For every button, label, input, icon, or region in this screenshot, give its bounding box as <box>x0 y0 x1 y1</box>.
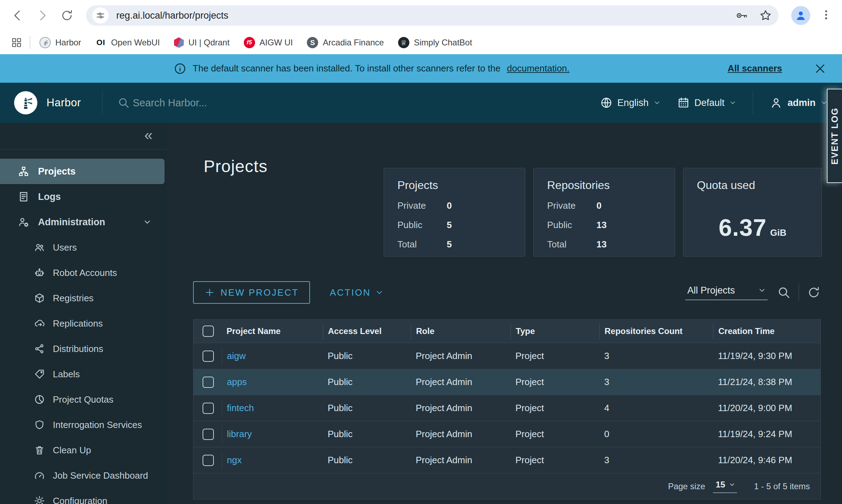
robot-icon <box>34 267 45 278</box>
total-count: 13 <box>596 239 607 250</box>
creation-time-cell: 11/19/24, 9:30 PM <box>713 351 821 361</box>
users-icon <box>34 242 45 253</box>
header-checkbox-cell <box>193 326 222 337</box>
user-menu[interactable]: admin <box>769 96 828 109</box>
sidebar-item-logs[interactable]: Logs <box>0 184 167 209</box>
row-checkbox[interactable] <box>203 429 214 440</box>
sidebar-item-label: Logs <box>38 191 61 202</box>
browser-profile-avatar[interactable] <box>791 6 810 25</box>
sidebar-item-label: Interrogation Services <box>53 420 142 430</box>
sidebar-item-interrogation-services[interactable]: Interrogation Services <box>0 412 167 437</box>
url-text[interactable]: reg.ai.local/harbor/projects <box>116 10 724 21</box>
bookmarks-bar: Harbor OI Open WebUI UI | Qdrant f5 AIGW… <box>0 31 842 54</box>
sidebar-item-project-quotas[interactable]: Project Quotas <box>0 387 167 412</box>
table-footer: Page size 15 1 - 5 of 5 items <box>193 473 821 499</box>
total-label: Total <box>397 239 447 250</box>
column-role[interactable]: Role <box>411 323 510 339</box>
filter-search-icon[interactable] <box>777 285 791 300</box>
sidebar-item-robot-accounts[interactable]: Robot Accounts <box>0 260 167 285</box>
row-checkbox-cell <box>193 351 222 362</box>
event-log-tab[interactable]: EVENT LOG <box>827 89 842 183</box>
address-bar[interactable]: reg.ai.local/harbor/projects <box>86 5 779 26</box>
row-checkbox[interactable] <box>203 351 214 362</box>
column-access-level[interactable]: Access Level <box>323 323 411 339</box>
site-settings-icon[interactable] <box>92 7 109 24</box>
back-icon[interactable] <box>10 8 25 23</box>
select-all-checkbox[interactable] <box>203 326 214 337</box>
sidebar-item-projects[interactable]: Projects <box>0 159 165 184</box>
sidebar-item-job-service-dashboard[interactable]: Job Service Dashboard <box>0 463 167 488</box>
column-project-name[interactable]: Project Name <box>222 326 323 336</box>
password-key-icon[interactable] <box>735 9 748 22</box>
row-checkbox[interactable] <box>203 455 214 466</box>
project-link[interactable]: library <box>222 426 323 442</box>
sidebar-item-administration[interactable]: Administration <box>0 209 167 235</box>
sidebar-item-label: Projects <box>38 166 76 177</box>
reload-icon[interactable] <box>59 8 75 23</box>
bookmark-chatbot[interactable]: ♕ Simply ChatBot <box>398 37 472 48</box>
banner-text: The default scanner has been installed. … <box>193 63 501 74</box>
sidebar-item-labels[interactable]: Labels <box>0 361 167 387</box>
sidebar-item-clean-up[interactable]: Clean Up <box>0 437 167 463</box>
bookmark-open-webui[interactable]: OI Open WebUI <box>95 37 160 48</box>
projects-filter-select[interactable]: All Projects <box>685 285 768 300</box>
card-row: Private 0 <box>547 200 661 211</box>
row-checkbox[interactable] <box>203 377 214 388</box>
datetime-format-selector[interactable]: Default <box>677 96 737 109</box>
column-repositories-count[interactable]: Repositories Count <box>599 323 713 339</box>
access-level-cell: Public <box>323 351 411 361</box>
new-project-button[interactable]: NEW PROJECT <box>193 281 310 304</box>
row-checkbox[interactable] <box>203 403 214 414</box>
chevron-down-icon <box>653 99 661 107</box>
private-label: Private <box>547 200 596 211</box>
forward-icon[interactable] <box>35 8 50 23</box>
sidebar-item-users[interactable]: Users <box>0 235 167 260</box>
bookmark-harbor[interactable]: Harbor <box>39 37 81 48</box>
sidebar-item-configuration[interactable]: Configuration <box>0 488 167 504</box>
banner-close-icon[interactable] <box>814 62 826 75</box>
project-link[interactable]: aigw <box>222 348 323 364</box>
documentation-link[interactable]: documentation. <box>507 63 570 74</box>
column-type[interactable]: Type <box>510 323 599 339</box>
sidebar-item-registries[interactable]: Registries <box>0 285 167 311</box>
bookmark-aigw[interactable]: f5 AIGW UI <box>244 37 293 48</box>
project-link[interactable]: ngx <box>222 452 323 468</box>
all-scanners-link[interactable]: All scanners <box>728 63 782 74</box>
chevron-down-icon <box>375 288 384 297</box>
sidebar-item-distributions[interactable]: Distributions <box>0 336 167 361</box>
projects-card: Projects Private 0 Public 5 Total 5 <box>384 168 525 257</box>
sidebar-item-replications[interactable]: Replications <box>0 311 167 336</box>
bookmark-qdrant[interactable]: UI | Qdrant <box>174 37 230 48</box>
refresh-icon[interactable] <box>807 285 821 300</box>
public-count: 13 <box>596 220 607 231</box>
quota-value: 6.37GiB <box>697 214 808 241</box>
bookmark-arcadia[interactable]: S Arcadia Finance <box>307 37 384 48</box>
filter-selected-value: All Projects <box>687 285 735 296</box>
sidebar-item-label: Registries <box>53 293 94 304</box>
page-title: Projects <box>204 157 267 176</box>
action-dropdown[interactable]: ACTION <box>330 287 384 298</box>
bookmark-star-icon[interactable] <box>759 9 772 22</box>
page-size-select[interactable]: 15 <box>713 480 737 493</box>
arcadia-favicon: S <box>307 37 318 48</box>
project-link[interactable]: fintech <box>222 400 323 416</box>
browser-menu-icon[interactable] <box>820 9 832 22</box>
type-cell: Project <box>510 455 599 466</box>
language-selector[interactable]: English <box>600 96 661 109</box>
apps-grid-icon[interactable] <box>11 37 23 49</box>
public-label: Public <box>547 220 596 231</box>
role-cell: Project Admin <box>411 403 510 414</box>
project-link[interactable]: apps <box>222 374 323 390</box>
datetime-format-label: Default <box>694 97 725 108</box>
column-creation-time[interactable]: Creation Time <box>713 323 821 339</box>
quota-unit: GiB <box>770 227 786 238</box>
plus-icon <box>204 287 215 298</box>
banner-actions: All scanners <box>728 62 826 75</box>
search-placeholder: Search Harbor... <box>133 97 207 109</box>
row-checkbox-cell <box>193 455 222 466</box>
sidebar-collapse[interactable]: « <box>0 123 167 150</box>
global-search[interactable]: Search Harbor... <box>117 96 584 109</box>
sidebar-item-label: Job Service Dashboard <box>53 470 148 481</box>
sidebar: « Projects Logs Administration <box>0 123 167 504</box>
role-cell: Project Admin <box>411 455 510 466</box>
